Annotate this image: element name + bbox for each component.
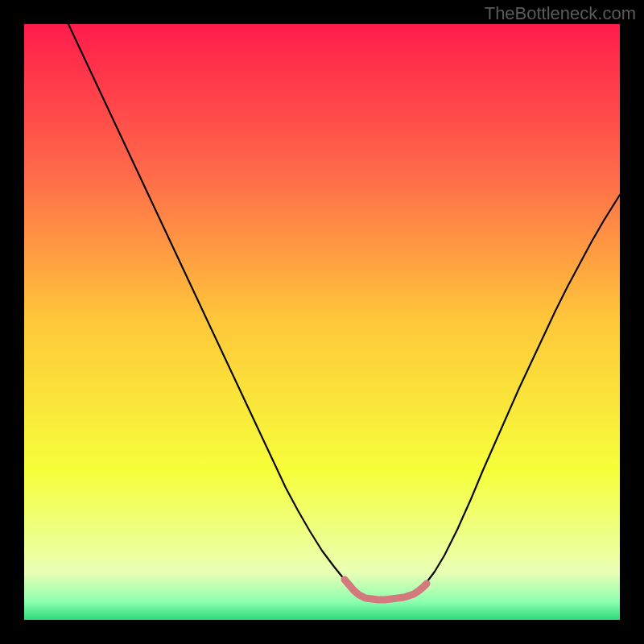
watermark-text: TheBottleneck.com: [485, 3, 636, 24]
chart-background: [24, 24, 620, 620]
bottleneck-chart: [24, 24, 620, 620]
chart-frame: [24, 24, 620, 620]
